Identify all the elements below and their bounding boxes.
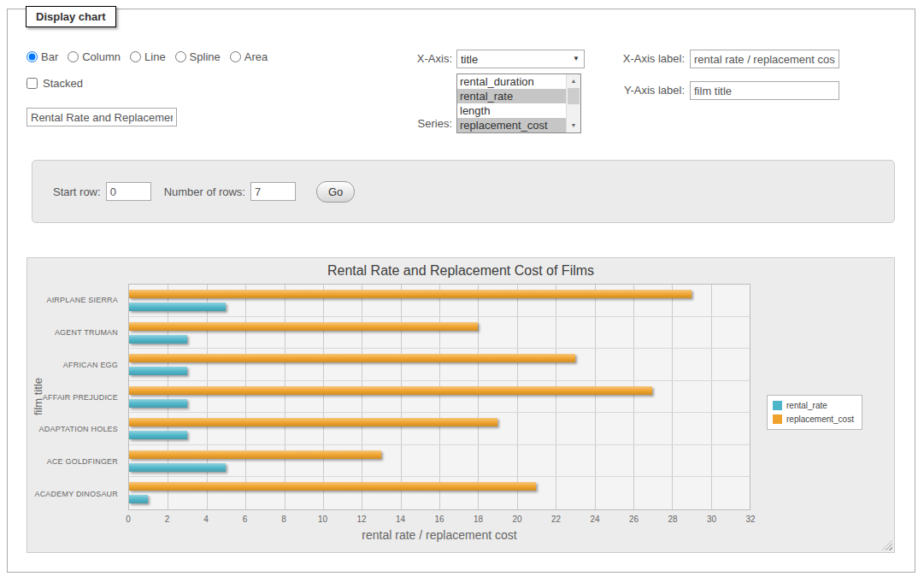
number-of-rows-input[interactable]: [250, 182, 296, 201]
chart-type-radio-column[interactable]: [68, 51, 79, 62]
bar-rental_rate[interactable]: [129, 463, 226, 472]
series-option-length[interactable]: length: [457, 103, 566, 118]
chart-type-label-line: Line: [144, 50, 166, 63]
bar-replacement_cost[interactable]: [129, 482, 536, 491]
bar-replacement_cost[interactable]: [129, 418, 497, 426]
chart-type-option-spline[interactable]: Spline: [175, 50, 221, 63]
bar-rental_rate[interactable]: [129, 367, 187, 375]
legend-label-replacement_cost: replacement_cost: [786, 414, 854, 424]
chart-legend: rental_ratereplacement_cost: [767, 395, 862, 430]
category-row: [129, 445, 750, 478]
category-row: [129, 413, 750, 445]
series-option-rental_duration[interactable]: rental_duration: [457, 74, 566, 89]
x-tick-label: 6: [243, 514, 248, 524]
x-tick-label: 12: [356, 514, 366, 524]
chart-type-option-line[interactable]: Line: [130, 50, 166, 63]
chart-type-label-spline: Spline: [190, 50, 221, 63]
display-chart-fieldset: Display chart BarColumnLineSplineArea St…: [7, 9, 915, 573]
stacked-option[interactable]: Stacked: [26, 77, 83, 90]
x-tick-label: 18: [474, 514, 483, 524]
fieldset-title: Display chart: [26, 6, 116, 27]
x-tick-label: 30: [707, 514, 716, 524]
stacked-label: Stacked: [43, 77, 83, 90]
bar-rental_rate[interactable]: [129, 431, 187, 439]
chart-type-radio-bar[interactable]: [26, 51, 38, 62]
x-tick-label: 10: [318, 514, 327, 524]
series-listbox-label: Series:: [367, 117, 452, 131]
category-label: AIRPLANE SIERRA: [46, 296, 118, 304]
x-axis-select-label: X-Axis:: [367, 50, 452, 68]
legend-label-rental_rate: rental_rate: [786, 401, 827, 410]
x-tick-label: 0: [126, 514, 131, 524]
x-tick-label: 28: [668, 514, 677, 524]
x-tick-label: 8: [281, 514, 286, 524]
x-axis-select-wrap: title ▼: [456, 50, 585, 68]
chart-type-label-bar: Bar: [41, 50, 58, 63]
bar-replacement_cost[interactable]: [129, 450, 381, 459]
chart-container: Rental Rate and Replacement Cost of Film…: [26, 257, 895, 553]
x-tick-label: 22: [551, 514, 561, 524]
x-axis-select[interactable]: title: [456, 50, 585, 68]
x-tick-label: 24: [590, 514, 599, 524]
bar-replacement_cost[interactable]: [129, 290, 692, 298]
series-option-rental_rate[interactable]: rental_rate: [457, 89, 566, 103]
chart-resize-handle[interactable]: [882, 540, 892, 550]
y-axis-label-field-label: Y-Axis label:: [586, 81, 685, 100]
x-tick-label: 20: [512, 514, 521, 524]
x-tick-label: 14: [396, 514, 405, 524]
chart-type-option-column[interactable]: Column: [68, 50, 121, 63]
bar-rental_rate[interactable]: [129, 399, 187, 408]
category-label: AGENT TRUMAN: [55, 328, 118, 337]
category-label: ADAPTATION HOLES: [39, 425, 118, 433]
scroll-down-icon[interactable]: ▼: [567, 119, 580, 132]
legend-swatch-replacement_cost: [773, 414, 782, 424]
go-button[interactable]: Go: [316, 181, 355, 203]
category-label: AFFAIR PREJUDICE: [43, 393, 118, 402]
chart-type-option-area[interactable]: Area: [230, 50, 268, 63]
chart-type-radio-group: BarColumnLineSplineArea: [26, 50, 268, 63]
stacked-checkbox[interactable]: [26, 78, 38, 89]
x-tick-label: 16: [434, 514, 444, 524]
start-row-input[interactable]: [106, 182, 151, 201]
chart-type-radio-spline[interactable]: [175, 51, 186, 62]
chart-type-radio-line[interactable]: [130, 51, 141, 62]
chart-type-label-area: Area: [244, 50, 268, 63]
category-label: ACE GOLDFINGER: [47, 457, 118, 466]
series-listbox-scrollbar[interactable]: ▲ ▼: [566, 74, 580, 132]
series-option-replacement_cost[interactable]: replacement_cost: [457, 118, 566, 132]
category-row: [129, 285, 750, 317]
series-listbox[interactable]: rental_durationrental_ratelengthreplacem…: [456, 73, 581, 133]
category-row: [129, 349, 750, 381]
scrollbar-thumb[interactable]: [568, 88, 580, 104]
chart-x-axis-title: rental rate / replacement cost: [128, 528, 750, 542]
chart-type-option-bar[interactable]: Bar: [26, 50, 58, 63]
category-row: [129, 381, 750, 414]
x-axis-label-input[interactable]: [690, 50, 839, 68]
category-row: [129, 317, 750, 350]
bar-replacement_cost[interactable]: [129, 386, 652, 395]
category-label: ACADEMY DINOSAUR: [34, 490, 118, 498]
number-of-rows-label: Number of rows:: [164, 185, 245, 198]
chart-type-radio-area[interactable]: [230, 51, 241, 62]
bar-replacement_cost[interactable]: [129, 354, 575, 362]
bar-rental_rate[interactable]: [129, 495, 148, 503]
x-tick-label: 26: [629, 514, 639, 524]
bar-rental_rate[interactable]: [129, 335, 187, 344]
x-tick-labels: 02468101214161820222426283032: [128, 514, 750, 525]
chart-title-input[interactable]: [26, 108, 177, 126]
plot-rows: [129, 285, 750, 509]
scroll-up-icon[interactable]: ▲: [567, 74, 580, 88]
legend-entry-rental_rate[interactable]: rental_rate: [773, 401, 854, 410]
bar-replacement_cost[interactable]: [129, 322, 478, 331]
series-listbox-options: rental_durationrental_ratelengthreplacem…: [457, 74, 566, 132]
y-axis-label-input[interactable]: [690, 81, 839, 100]
row-range-panel: Start row: Number of rows: Go: [32, 160, 895, 223]
legend-entry-replacement_cost[interactable]: replacement_cost: [773, 414, 854, 424]
plot-area: [128, 284, 750, 510]
category-label: AFRICAN EGG: [63, 361, 118, 369]
bar-rental_rate[interactable]: [129, 303, 226, 311]
legend-swatch-rental_rate: [773, 401, 782, 410]
category-labels: AIRPLANE SIERRAAGENT TRUMANAFRICAN EGGAF…: [27, 284, 123, 510]
x-tick-label: 32: [745, 514, 755, 524]
chart-type-label-column: Column: [82, 50, 121, 63]
